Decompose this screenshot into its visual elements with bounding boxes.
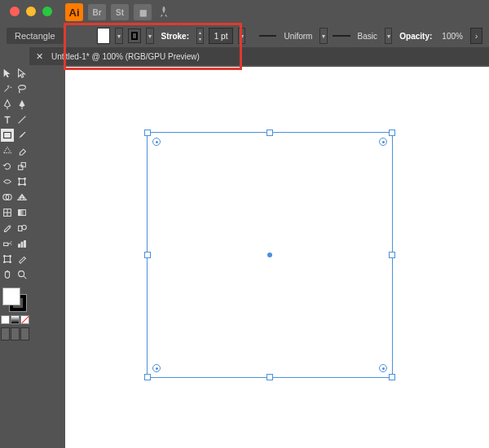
column-graph-tool[interactable] <box>15 237 29 250</box>
brush-dropdown[interactable]: ▾ <box>385 28 392 44</box>
resize-handle[interactable] <box>144 252 151 258</box>
resize-handle[interactable] <box>267 130 273 136</box>
stroke-dropdown[interactable]: ▾ <box>146 28 153 44</box>
control-bar: Rectangle ▾ ▾ Stroke: ▴▾ 1 pt ▾ Uniform … <box>0 24 489 47</box>
minimize-window-button[interactable] <box>26 7 36 16</box>
paintbrush-tool[interactable] <box>15 129 29 142</box>
document-tab-title[interactable]: Untitled-1* @ 100% (RGB/GPU Preview) <box>51 52 200 61</box>
color-swatch-icon[interactable] <box>1 315 10 324</box>
stroke-label: Stroke: <box>161 32 189 41</box>
maximize-window-button[interactable] <box>42 7 52 16</box>
resize-handle[interactable] <box>144 130 151 136</box>
selected-rectangle[interactable] <box>147 132 393 378</box>
shaper-tool[interactable] <box>1 144 14 157</box>
lasso-tool[interactable] <box>15 82 29 95</box>
svg-rect-2 <box>19 165 23 169</box>
menu-button-arrange[interactable]: ▦ <box>134 4 152 20</box>
draw-normal-button[interactable] <box>1 327 10 340</box>
svg-rect-3 <box>21 163 25 167</box>
draw-behind-button[interactable] <box>11 327 20 340</box>
rectangle-tool[interactable] <box>1 129 14 142</box>
svg-rect-13 <box>19 226 22 231</box>
direct-selection-tool[interactable] <box>15 67 29 80</box>
resize-handle[interactable] <box>389 374 395 380</box>
svg-point-5 <box>19 178 20 180</box>
mesh-tool[interactable] <box>1 206 14 219</box>
stroke-weight-dropdown[interactable]: ▾ <box>238 28 245 44</box>
center-point-icon <box>267 253 272 257</box>
profile-dropdown[interactable]: ▾ <box>319 28 327 44</box>
fill-dropdown[interactable]: ▾ <box>115 28 122 44</box>
close-window-button[interactable] <box>10 7 20 16</box>
resize-handle[interactable] <box>389 130 395 136</box>
menu-button-stock[interactable]: St <box>111 4 129 20</box>
svg-point-20 <box>19 271 24 277</box>
profile-label: Uniform <box>284 32 312 41</box>
shape-label: Rectangle <box>7 28 64 44</box>
rotate-tool[interactable] <box>1 160 14 173</box>
gradient-swatch-icon[interactable] <box>11 315 20 324</box>
stroke-weight-field[interactable]: 1 pt <box>209 28 233 44</box>
curvature-tool[interactable] <box>15 98 29 111</box>
draw-mode-buttons <box>0 327 29 340</box>
resize-handle[interactable] <box>389 252 395 258</box>
line-tool[interactable] <box>15 113 29 126</box>
artboard[interactable] <box>65 67 489 448</box>
svg-rect-19 <box>5 257 11 262</box>
opacity-value[interactable]: 100% <box>442 32 463 41</box>
app-menu-strip: Ai Br St ▦ <box>65 3 171 21</box>
stroke-color-swatch[interactable] <box>128 29 142 43</box>
close-tab-button[interactable]: ✕ <box>36 51 43 62</box>
svg-rect-15 <box>4 243 8 246</box>
scale-tool[interactable] <box>15 160 29 173</box>
fill-stroke-indicator[interactable] <box>2 288 27 312</box>
blend-tool[interactable] <box>15 222 29 235</box>
magic-wand-tool[interactable] <box>1 82 14 95</box>
svg-rect-12 <box>19 210 26 216</box>
search-icon[interactable] <box>156 5 171 20</box>
fill-color-swatch[interactable] <box>97 28 111 44</box>
color-mode-swatches <box>0 315 29 324</box>
slice-tool[interactable] <box>15 253 29 266</box>
corner-radius-handle[interactable] <box>379 138 387 146</box>
width-tool[interactable] <box>1 175 14 188</box>
zoom-tool[interactable] <box>15 268 29 281</box>
corner-radius-handle[interactable] <box>152 364 161 372</box>
selection-tool[interactable] <box>1 67 14 80</box>
svg-point-0 <box>19 86 26 90</box>
opacity-label: Opacity: <box>399 32 432 41</box>
svg-point-14 <box>22 226 26 230</box>
svg-rect-17 <box>21 242 23 247</box>
svg-point-6 <box>24 178 26 180</box>
brush-label: Basic <box>358 32 377 41</box>
app-logo: Ai <box>65 3 83 21</box>
svg-rect-16 <box>19 244 20 248</box>
svg-point-7 <box>19 184 20 186</box>
resize-handle[interactable] <box>144 374 151 380</box>
pen-tool[interactable] <box>1 98 14 111</box>
corner-radius-handle[interactable] <box>379 364 387 372</box>
stroke-weight-stepper[interactable]: ▴▾ <box>196 28 204 44</box>
more-options-button[interactable]: › <box>470 28 482 44</box>
resize-handle[interactable] <box>267 374 273 380</box>
brush-preview-icon <box>333 35 350 37</box>
menu-button-bridge[interactable]: Br <box>88 4 106 20</box>
shape-builder-tool[interactable] <box>1 191 14 204</box>
hand-tool[interactable] <box>1 268 14 281</box>
perspective-grid-tool[interactable] <box>15 191 29 204</box>
artboard-tool[interactable] <box>1 253 14 266</box>
gradient-tool[interactable] <box>15 206 29 219</box>
fill-square[interactable] <box>2 288 20 305</box>
corner-radius-handle[interactable] <box>152 138 161 146</box>
svg-rect-1 <box>4 133 11 138</box>
symbol-sprayer-tool[interactable] <box>1 237 14 250</box>
type-tool[interactable] <box>1 113 14 126</box>
document-tab-bar: ✕ Untitled-1* @ 100% (RGB/GPU Preview) <box>29 47 489 65</box>
svg-rect-4 <box>20 179 25 185</box>
draw-inside-button[interactable] <box>20 327 29 340</box>
eyedropper-tool[interactable] <box>1 222 14 235</box>
eraser-tool[interactable] <box>15 144 29 157</box>
none-swatch-icon[interactable] <box>20 315 29 324</box>
free-transform-tool[interactable] <box>15 175 29 188</box>
window-buttons <box>10 7 52 16</box>
